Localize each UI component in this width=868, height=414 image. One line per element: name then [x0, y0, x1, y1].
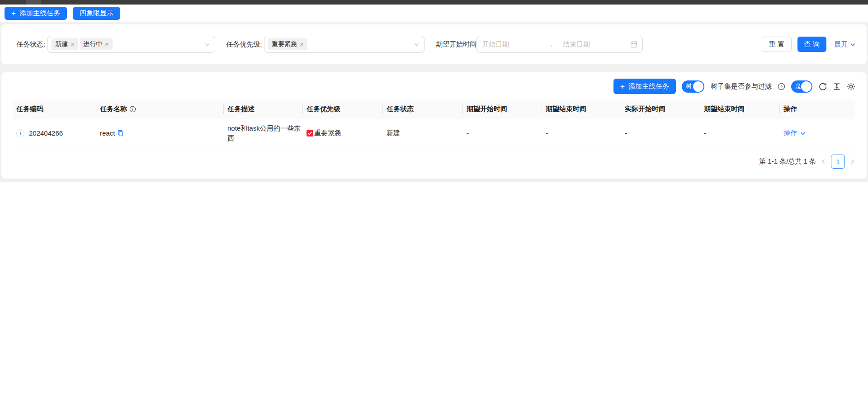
close-icon[interactable]: × [105, 41, 108, 47]
arrow-right-icon: → [547, 41, 563, 48]
window-top-strip-segment [26, 0, 41, 5]
status-tag-new-label: 新建 [55, 40, 68, 48]
row-action-dropdown[interactable]: 操作 [783, 129, 806, 137]
yes-switch-label: 是 [795, 82, 801, 90]
priority-tag-urgent-label: 重要紧急 [272, 40, 297, 48]
start-date-input[interactable]: 开始日期 [482, 40, 547, 49]
cell-expected-end-2: - [700, 119, 780, 147]
add-main-task-label: 添加主线任务 [19, 9, 60, 18]
switch-knob [801, 81, 811, 92]
task-code-value: 202404266 [29, 129, 63, 137]
cell-task-name: react [96, 119, 224, 147]
date-filter-label: 期望开始时间 [436, 40, 476, 49]
row-expand-button[interactable]: + [16, 129, 24, 137]
status-tag-inprogress: 进行中 × [80, 38, 112, 50]
column-height-icon[interactable] [833, 82, 841, 90]
status-tag-inprogress-label: 进行中 [83, 40, 102, 48]
cell-expected-start: - [463, 119, 542, 147]
close-icon[interactable]: × [71, 41, 74, 47]
question-circle-icon[interactable]: ? [778, 83, 785, 90]
cell-task-priority: 重要紧急 [303, 119, 383, 147]
plus-icon: + [19, 130, 22, 136]
tree-switch-label: 树 [686, 82, 692, 90]
task-name-header-label: 任务名称 [100, 105, 127, 113]
cell-actions: 操作 [780, 119, 855, 147]
add-main-task-button-table[interactable]: + 添加主线任务 [613, 79, 676, 94]
quadrant-display-label: 四象限显示 [80, 9, 113, 18]
plus-icon: + [11, 9, 16, 17]
task-table-card: + 添加主线任务 树 树子集是否参与过滤 ? 是 [1, 72, 867, 179]
col-header-task-description: 任务描述 [224, 99, 303, 119]
pagination: 第 1-1 条/总共 1 条 1 [13, 155, 855, 169]
task-table: 任务编码 任务名称 任务描述 任务优先级 任务状态 期望开始时间 期望结束时间 [13, 99, 855, 147]
top-action-bar: + 添加主线任务 四象限显示 [0, 5, 868, 22]
status-filter-label: 任务状态: [16, 40, 45, 49]
table-row: + 202404266 react note和task公用的一些东西 [13, 119, 855, 147]
col-header-actions: 操作 [780, 99, 855, 119]
col-header-expected-end-2: 期望结束时间 [700, 99, 780, 119]
pagination-summary: 第 1-1 条/总共 1 条 [759, 157, 816, 166]
date-range-picker[interactable]: 开始日期 → 结束日期 [476, 36, 643, 53]
cell-expected-end: - [542, 119, 621, 147]
chevron-down-icon [414, 42, 420, 47]
svg-text:?: ? [780, 84, 783, 89]
row-action-label: 操作 [783, 129, 797, 137]
col-header-task-name: 任务名称 [96, 99, 224, 119]
gear-icon[interactable] [847, 82, 855, 91]
close-icon[interactable]: × [300, 41, 303, 47]
filter-card: 任务状态: 新建 × 进行中 × 任务优先级: 重要紧急 × 期望开 [1, 24, 867, 64]
copy-icon[interactable] [117, 130, 124, 136]
priority-tag-urgent: 重要紧急 × [268, 38, 307, 50]
table-header-row: 任务编码 任务名称 任务描述 任务优先级 任务状态 期望开始时间 期望结束时间 [13, 99, 855, 119]
tree-mode-switch[interactable]: 树 [682, 80, 704, 93]
cell-task-description: note和task公用的一些东西 [224, 119, 303, 147]
expand-filters-link[interactable]: 展开 [834, 40, 856, 49]
task-name-value: react [100, 129, 115, 137]
col-header-actual-start: 实际开始时间 [621, 99, 700, 119]
quadrant-display-button[interactable]: 四象限显示 [73, 7, 120, 20]
col-header-task-code: 任务编码 [13, 99, 96, 119]
priority-filter-label: 任务优先级: [226, 40, 262, 49]
calendar-icon [630, 41, 637, 48]
chevron-left-icon[interactable] [821, 159, 826, 165]
cell-task-code: + 202404266 [13, 119, 96, 147]
filter-actions: 重 置 查 询 展开 [762, 37, 856, 52]
reload-icon[interactable] [818, 82, 827, 91]
priority-flag-icon [307, 130, 313, 136]
priority-select[interactable]: 重要紧急 × [264, 36, 425, 53]
table-toolbar: + 添加主线任务 树 树子集是否参与过滤 ? 是 [13, 79, 855, 94]
add-main-task-table-label: 添加主线任务 [628, 82, 669, 91]
plus-icon: + [620, 83, 625, 90]
window-top-strip [0, 0, 868, 5]
status-select[interactable]: 新建 × 进行中 × [47, 36, 215, 53]
chevron-down-icon [800, 130, 806, 136]
chevron-right-icon[interactable] [849, 159, 855, 165]
tree-filter-yes-switch[interactable]: 是 [791, 80, 812, 93]
col-header-expected-end: 期望结束时间 [542, 99, 621, 119]
expand-filters-label: 展开 [834, 40, 848, 49]
col-header-expected-start: 期望开始时间 [463, 99, 542, 119]
end-date-input[interactable]: 结束日期 [563, 40, 630, 49]
task-priority-value: 重要紧急 [314, 129, 341, 137]
page-number-button[interactable]: 1 [831, 155, 845, 169]
tree-filter-text: 树子集是否参与过滤 [711, 82, 772, 91]
col-header-task-priority: 任务优先级 [303, 99, 383, 119]
switch-knob [693, 81, 703, 92]
reset-button[interactable]: 重 置 [762, 37, 792, 52]
status-tag-new: 新建 × [52, 38, 78, 50]
content-area: 任务状态: 新建 × 进行中 × 任务优先级: 重要紧急 × 期望开 [0, 22, 868, 182]
chevron-down-icon [850, 42, 856, 47]
col-header-task-status: 任务状态 [383, 99, 463, 119]
cell-task-status: 新建 [383, 119, 463, 147]
chevron-down-icon [204, 42, 210, 47]
info-circle-icon[interactable] [129, 106, 136, 113]
add-main-task-button-top[interactable]: + 添加主线任务 [5, 7, 67, 20]
cell-actual-start: - [621, 119, 700, 147]
query-button[interactable]: 查 询 [797, 37, 826, 52]
